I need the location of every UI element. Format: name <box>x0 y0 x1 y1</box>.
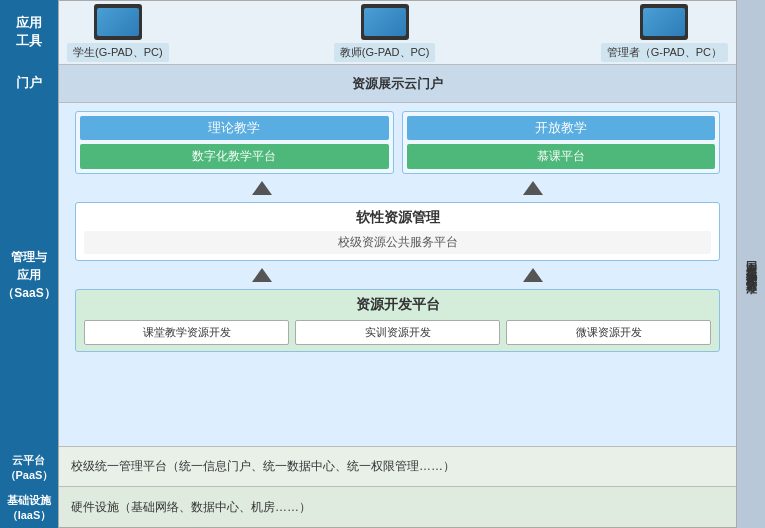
device-teacher: 教师(G-PAD、PC) <box>334 4 436 62</box>
software-mgmt-block: 软性资源管理 校级资源公共服务平台 <box>75 202 720 261</box>
main-content: 学生(G-PAD、PC) 教师(G-PAD、PC) 管理者（G-PAD、PC） <box>58 0 737 528</box>
label-tools: 应用 工具 <box>0 0 58 64</box>
arrows-up-2 <box>67 267 728 283</box>
software-mgmt-sub: 校级资源公共服务平台 <box>84 231 711 254</box>
monitor-screen-t <box>364 8 406 36</box>
row-tools: 学生(G-PAD、PC) 教师(G-PAD、PC) 管理者（G-PAD、PC） <box>59 1 736 65</box>
row-manage: 理论教学 数字化教学平台 开放教学 慕课平台 软性资源管理 校级资源公共服务平台 <box>59 103 736 447</box>
teaching-platform-right: 慕课平台 <box>407 144 716 169</box>
device-label-student: 学生(G-PAD、PC) <box>67 43 169 62</box>
resource-dev-title: 资源开发平台 <box>84 296 711 314</box>
device-student: 学生(G-PAD、PC) <box>67 4 169 62</box>
resource-dev-block: 资源开发平台 课堂教学资源开发 实训资源开发 微课资源开发 <box>75 289 720 352</box>
device-admin: 管理者（G-PAD、PC） <box>601 4 728 62</box>
monitor-screen-a <box>643 8 685 36</box>
label-cloud: 云平台（PaaS） <box>0 448 58 488</box>
teaching-box-right: 开放教学 慕课平台 <box>402 111 721 174</box>
infra-text: 硬件设施（基础网络、数据中心、机房……） <box>71 499 311 516</box>
device-label-admin: 管理者（G-PAD、PC） <box>601 43 728 62</box>
right-label: 国家信息化标准和安全标准 <box>737 0 765 528</box>
software-mgmt-title: 软性资源管理 <box>84 209 711 227</box>
resource-item-2: 微课资源开发 <box>506 320 711 345</box>
teaching-row: 理论教学 数字化教学平台 开放教学 慕课平台 <box>67 111 728 174</box>
monitor-screen <box>97 8 139 36</box>
label-manage: 管理与应用（SaaS） <box>0 102 58 448</box>
arrow-right-2 <box>523 267 543 283</box>
left-labels: 应用 工具 门户 管理与应用（SaaS） 云平台（PaaS） 基础设施（IaaS… <box>0 0 58 528</box>
row-portal: 资源展示云门户 <box>59 65 736 103</box>
monitor-icon-admin <box>640 4 688 40</box>
teaching-title-right: 开放教学 <box>407 116 716 140</box>
device-label-teacher: 教师(G-PAD、PC) <box>334 43 436 62</box>
resource-sub-row: 课堂教学资源开发 实训资源开发 微课资源开发 <box>84 320 711 345</box>
row-infra: 硬件设施（基础网络、数据中心、机房……） <box>59 487 736 527</box>
resource-item-1: 实训资源开发 <box>295 320 500 345</box>
cloud-text: 校级统一管理平台（统一信息门户、统一数据中心、统一权限管理……） <box>71 458 455 475</box>
label-portal: 门户 <box>0 64 58 102</box>
monitor-icon-teacher <box>361 4 409 40</box>
teaching-box-left: 理论教学 数字化教学平台 <box>75 111 394 174</box>
arrow-left-2 <box>252 267 272 283</box>
label-infra: 基础设施（IaaS） <box>0 488 58 528</box>
portal-text: 资源展示云门户 <box>352 75 443 93</box>
arrows-up-1 <box>67 180 728 196</box>
arrow-right <box>523 180 543 196</box>
arrow-left <box>252 180 272 196</box>
teaching-title-left: 理论教学 <box>80 116 389 140</box>
teaching-platform-left: 数字化教学平台 <box>80 144 389 169</box>
resource-item-0: 课堂教学资源开发 <box>84 320 289 345</box>
monitor-icon-student <box>94 4 142 40</box>
row-cloud: 校级统一管理平台（统一信息门户、统一数据中心、统一权限管理……） <box>59 447 736 487</box>
main-diagram: 应用 工具 门户 管理与应用（SaaS） 云平台（PaaS） 基础设施（IaaS… <box>0 0 765 528</box>
